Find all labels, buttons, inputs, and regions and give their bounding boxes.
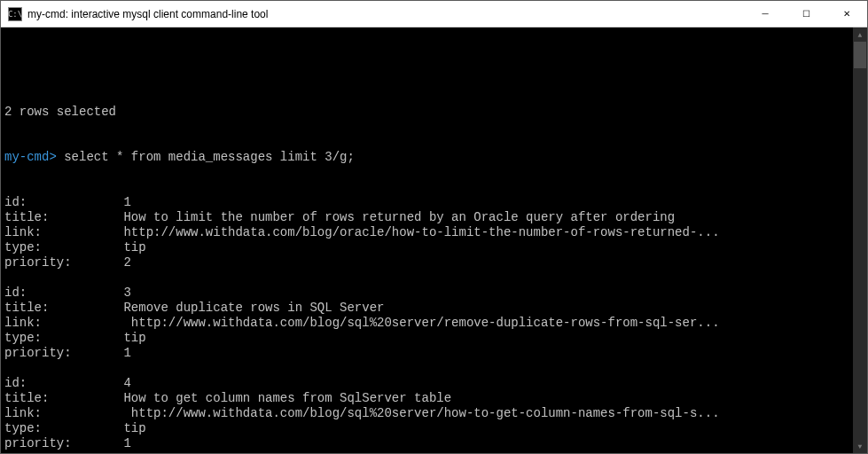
scrollbar-thumb[interactable] [854, 42, 866, 68]
record-field-link: link: http://www.withdata.com/blog/oracl… [4, 225, 867, 240]
record-field-link: link: http://www.withdata.com/blog/sql%2… [4, 406, 867, 421]
vertical-scrollbar[interactable]: ▲ ▼ [853, 27, 867, 453]
record-field-title: title: Remove duplicate rows in SQL Serv… [4, 301, 867, 316]
command-text: select * from media_messages limit 3/g; [57, 150, 355, 164]
terminal-command-line: my-cmd> select * from media_messages lim… [4, 150, 867, 165]
maximize-button[interactable]: ☐ [786, 1, 826, 27]
record-field-priority: priority: 1 [4, 346, 867, 361]
window-titlebar[interactable]: C:\ my-cmd: interactive mysql client com… [1, 1, 867, 27]
record-field-type: type: tip [4, 240, 867, 255]
record-field-id: id: 1 [4, 195, 867, 210]
terminal-prev-status: 2 rows selected [4, 105, 867, 120]
terminal-blank-line [4, 361, 867, 376]
record-field-priority: priority: 1 [4, 436, 867, 451]
record-field-id: id: 4 [4, 376, 867, 391]
prompt: my-cmd> [4, 150, 57, 164]
scrollbar-up-arrow[interactable]: ▲ [853, 27, 867, 42]
terminal-blank-line [4, 270, 867, 286]
record-field-id: id: 3 [4, 286, 867, 301]
record-field-title: title: How to get column names from SqlS… [4, 391, 867, 406]
scrollbar-down-arrow[interactable]: ▼ [853, 439, 867, 453]
app-icon: C:\ [8, 7, 22, 21]
close-button[interactable]: ✕ [826, 1, 867, 27]
terminal-records: id: 1title: How to limit the number of r… [4, 195, 867, 451]
record-field-link: link: http://www.withdata.com/blog/sql%2… [4, 316, 867, 331]
terminal-blank-line [4, 59, 867, 74]
record-field-title: title: How to limit the number of rows r… [4, 210, 867, 225]
window-title: my-cmd: interactive mysql client command… [27, 8, 745, 20]
record-field-type: type: tip [4, 421, 867, 436]
record-field-type: type: tip [4, 331, 867, 346]
terminal-area[interactable]: 2 rows selected my-cmd> select * from me… [1, 27, 867, 453]
minimize-button[interactable]: ─ [745, 1, 786, 27]
record-field-priority: priority: 2 [4, 255, 867, 270]
window-controls: ─ ☐ ✕ [745, 1, 867, 27]
